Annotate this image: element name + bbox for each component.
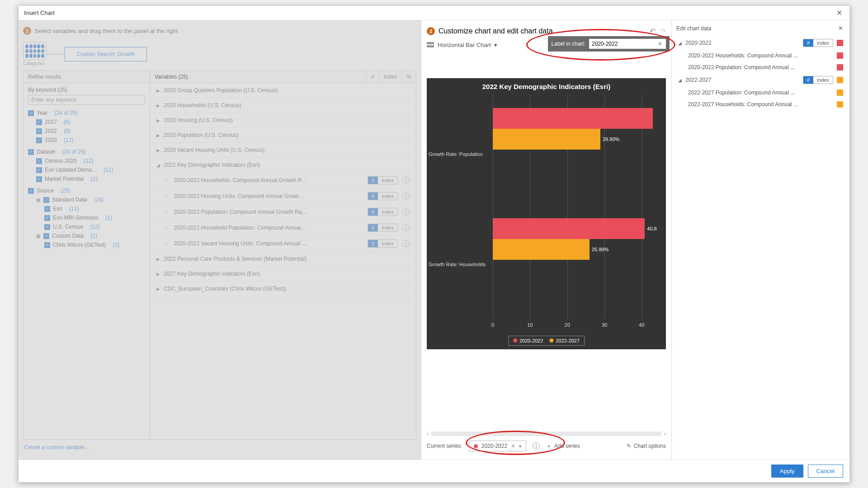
- var-vacant-cagr[interactable]: ☆2020-2022 Vacant Housing Units: Compoun…: [150, 236, 416, 252]
- variables-header: Variables (25) # Index %: [150, 71, 416, 83]
- info-icon[interactable]: i: [402, 177, 410, 184]
- step2-badge: 2: [427, 27, 435, 35]
- add-series-button[interactable]: ＋Add series: [546, 442, 580, 450]
- info-icon[interactable]: i: [402, 192, 410, 200]
- pencil-icon: ✎: [627, 443, 631, 449]
- filter-custom-data[interactable]: ▦✓Custom Data (1): [28, 231, 145, 240]
- horizontal-scroll[interactable]: ‹ ›: [427, 404, 666, 437]
- connector-line: [47, 54, 65, 54]
- remove-series-icon[interactable]: ✕: [511, 443, 515, 449]
- group-2020-gq[interactable]: ▶2020 Group Quarters Population (U.S. Ce…: [150, 83, 416, 98]
- variables-column: Variables (25) # Index % ▶2020 Group Qua…: [150, 71, 416, 439]
- series-color-icon: [474, 444, 478, 448]
- filter-dataset[interactable]: ✓Dataset (24 of 25): [28, 147, 145, 156]
- info-icon[interactable]: i: [402, 224, 410, 231]
- chevron-down-icon: ◢: [678, 41, 682, 46]
- step2-text: Customize chart and edit chart data.: [439, 27, 555, 35]
- chart-options-button[interactable]: ✎Chart options: [627, 443, 666, 449]
- group-2020-vacant[interactable]: ▶2020 Vacant Housing Units (U.S. Census): [150, 143, 416, 158]
- filter-mri[interactable]: ✓Esri-MRI-Simmons (1): [28, 213, 145, 222]
- index-button[interactable]: Index: [379, 71, 401, 83]
- group-2022-pcps[interactable]: ▶2022 Personal Care Products & Services …: [150, 252, 416, 267]
- filter-year[interactable]: ✓Year (24 of 25): [28, 108, 145, 117]
- label-in-chart-input[interactable]: [589, 39, 666, 49]
- filter-uscensus[interactable]: ✓U.S. Census (12): [28, 222, 145, 231]
- bar-s0-c0: [493, 108, 653, 129]
- info-icon[interactable]: i: [533, 442, 540, 450]
- edit-chart-data-header: Edit chart data ✕: [676, 24, 845, 36]
- bar-s0-c1: [493, 218, 645, 239]
- scroll-left-icon[interactable]: ‹: [427, 431, 429, 437]
- star-icon[interactable]: ☆: [164, 177, 169, 184]
- create-custom-variable-link[interactable]: Create a custom variable...: [23, 440, 416, 455]
- group-cdc[interactable]: ▶CDC_European_Countries (Chris Wilcox (G…: [150, 282, 416, 296]
- x-ticks: 0 10 20 30 40: [493, 322, 660, 329]
- tree-item[interactable]: 2022-2027 Population: Compound Annual ..…: [676, 87, 845, 99]
- filter-2022[interactable]: ✓2022 (6): [28, 127, 145, 136]
- filter-market-potential[interactable]: ✓Market Potential (1): [28, 174, 145, 183]
- filter-chris-wilcox[interactable]: ✓Chris Wilcox (GETest) (1): [28, 240, 145, 249]
- color-swatch-icon[interactable]: [837, 77, 843, 83]
- filter-standard-data[interactable]: ▦✓Standard Data (24): [28, 195, 145, 204]
- var-housing-units-cagr[interactable]: ☆2020-2022 Housing Units: Compound Annua…: [150, 188, 416, 204]
- clear-icon[interactable]: ✕: [658, 41, 662, 47]
- hbar-icon: [427, 42, 434, 48]
- chevron-down-icon[interactable]: ▾: [519, 444, 521, 449]
- color-swatch-icon[interactable]: [837, 40, 843, 46]
- var-population-cagr[interactable]: ☆2020-2022 Population: Compound Annual G…: [150, 204, 416, 220]
- bar-s1-c1: [493, 239, 590, 260]
- cancel-button[interactable]: Cancel: [808, 465, 843, 478]
- step1-row: 1 Select variables and drag them to the …: [23, 25, 416, 39]
- refine-body: By keyword (25) ✓Year (24 of 25) ✓2027 (…: [24, 83, 150, 253]
- redo-icon[interactable]: ↷: [660, 27, 666, 35]
- hash-button[interactable]: #: [366, 71, 379, 83]
- step1-text: Select variables and drag them to the pa…: [35, 28, 179, 34]
- left-panel: 1 Select variables and drag them to the …: [19, 20, 421, 460]
- filter-2020[interactable]: ✓2020 (12): [28, 136, 145, 145]
- group-2020-hh[interactable]: ▶2020 Households (U.S. Census): [150, 98, 416, 113]
- chart-type-select[interactable]: Horizontal Bar Chart ▾: [438, 42, 497, 48]
- filter-2027[interactable]: ✓2027 (6): [28, 117, 145, 127]
- label-in-chart-tooltip: Label in chart: ✕: [548, 36, 670, 52]
- step1-badge: 1: [23, 27, 31, 35]
- close-icon[interactable]: ✕: [836, 25, 845, 32]
- modal-titlebar: Insert Chart ✕: [19, 6, 849, 20]
- var-hh-pop-cagr[interactable]: ☆2020-2022 Household Population: Compoun…: [150, 220, 416, 236]
- modal-title-text: Insert Chart: [24, 9, 55, 16]
- tree-series-2020[interactable]: ◢ 2020-2022 #Index: [676, 36, 845, 50]
- modal-body: 1 Select variables and drag them to the …: [19, 20, 849, 460]
- group-2022-kdi[interactable]: ◢2022 Key Demographic Indicators (Esri): [150, 158, 416, 173]
- group-2020-housing[interactable]: ▶2020 Housing (U.S. Census): [150, 113, 416, 128]
- keyword-input[interactable]: [28, 95, 145, 105]
- refine-header: Refine results: [24, 71, 150, 83]
- pct-button[interactable]: %: [401, 71, 416, 83]
- info-icon[interactable]: i: [402, 208, 410, 216]
- group-2027-kdi[interactable]: ▶2027 Key Demographic Indicators (Esri): [150, 267, 416, 282]
- close-icon[interactable]: ✕: [835, 9, 844, 17]
- middle-panel: 2 Customize chart and edit chart data. ↶…: [421, 20, 672, 460]
- filter-esri[interactable]: ✓Esri (11): [28, 204, 145, 213]
- checkbox-icon: ✓: [28, 110, 34, 116]
- bar-s1-c0: [493, 129, 600, 150]
- insert-chart-modal: Insert Chart ✕ 1 Select variables and dr…: [18, 5, 850, 483]
- label-in-chart-label: Label in chart:: [552, 41, 585, 47]
- tree-item[interactable]: 2022-2027 Households: Compound Annual ..…: [676, 99, 845, 110]
- tree-series-2022[interactable]: ◢ 2022-2027 #Index: [676, 73, 845, 87]
- apply-button[interactable]: Apply: [771, 465, 803, 478]
- info-icon[interactable]: i: [402, 240, 410, 247]
- tree-item[interactable]: 2020-2022 Population: Compound Annual ..…: [676, 61, 845, 73]
- group-2020-pop[interactable]: ▶2020 Population (U.S. Census): [150, 128, 416, 143]
- chart-title: 2022 Key Demographic Indicators (Esri): [427, 78, 666, 93]
- current-series-chip[interactable]: 2020-2022 ✕ ▾: [469, 441, 526, 451]
- var-households-cagr[interactable]: ☆2020-2022 Households: Compound Annual G…: [150, 173, 416, 188]
- undo-icon[interactable]: ↶: [650, 27, 656, 35]
- filter-source[interactable]: ✓Source (25): [28, 186, 145, 195]
- series-tree: ◢ 2020-2022 #Index 2020-2022 Households:…: [676, 36, 845, 110]
- scroll-right-icon[interactable]: ›: [664, 431, 666, 437]
- plus-icon: ＋: [546, 442, 552, 450]
- custom-search-pill[interactable]: Custom Search: Growth: [65, 47, 147, 61]
- tree-item[interactable]: 2020-2022 Households: Compound Annual ..…: [676, 50, 845, 61]
- filter-esri-updated[interactable]: ✓Esri Updated Demo... (11): [28, 165, 145, 174]
- filter-census[interactable]: ✓Census 2020 (12): [28, 156, 145, 165]
- categories-button[interactable]: Categories: [23, 42, 47, 66]
